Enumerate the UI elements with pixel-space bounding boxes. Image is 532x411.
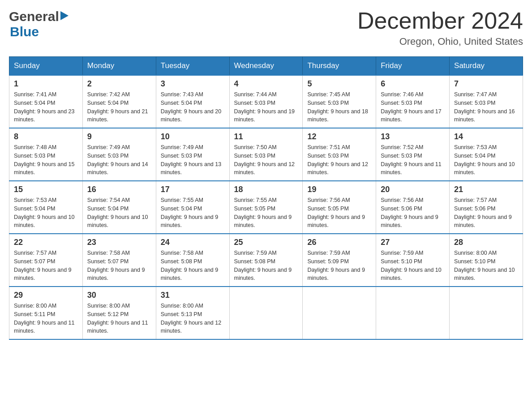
sunset-text: Sunset: 5:09 PM [307,258,348,265]
day-number: 27 [381,238,445,247]
daylight-text: Daylight: 9 hours and 9 minutes. [234,214,292,229]
daylight-text: Daylight: 9 hours and 9 minutes. [87,267,145,282]
day-info: Sunrise: 8:00 AMSunset: 5:10 PMDaylight:… [454,249,518,283]
calendar-day-cell: 2Sunrise: 7:42 AMSunset: 5:04 PMDaylight… [82,75,156,128]
sunset-text: Sunset: 5:03 PM [14,153,55,159]
calendar-day-cell: 9Sunrise: 7:49 AMSunset: 5:03 PMDaylight… [82,128,156,181]
day-info: Sunrise: 7:45 AMSunset: 5:03 PMDaylight:… [307,90,371,124]
sunrise-text: Sunrise: 7:56 AM [307,197,350,203]
logo-general-text: General [9,9,59,24]
calendar-day-cell: 24Sunrise: 7:58 AMSunset: 5:08 PMDayligh… [156,234,229,287]
sunset-text: Sunset: 5:03 PM [234,100,275,106]
day-info: Sunrise: 7:54 AMSunset: 5:04 PMDaylight:… [87,196,151,230]
sunrise-text: Sunrise: 7:41 AM [14,91,56,98]
sunset-text: Sunset: 5:12 PM [87,311,129,317]
daylight-text: Daylight: 9 hours and 10 minutes. [87,214,148,229]
daylight-text: Daylight: 9 hours and 10 minutes. [381,267,442,282]
day-info: Sunrise: 7:58 AMSunset: 5:08 PMDaylight:… [161,249,225,283]
day-number: 17 [161,185,225,194]
day-number: 13 [381,132,445,141]
day-info: Sunrise: 8:00 AMSunset: 5:12 PMDaylight:… [87,302,151,335]
calendar-day-cell: 6Sunrise: 7:46 AMSunset: 5:03 PMDaylight… [376,75,450,128]
calendar-header-row: SundayMondayTuesdayWednesdayThursdayFrid… [9,57,523,76]
daylight-text: Daylight: 9 hours and 12 minutes. [161,320,222,334]
day-info: Sunrise: 7:55 AMSunset: 5:05 PMDaylight:… [234,196,298,230]
daylight-text: Daylight: 9 hours and 14 minutes. [87,161,148,176]
sunset-text: Sunset: 5:03 PM [234,153,275,159]
daylight-text: Daylight: 9 hours and 16 minutes. [454,108,515,123]
calendar-day-cell: 26Sunrise: 7:59 AMSunset: 5:09 PMDayligh… [303,234,376,287]
day-number: 14 [454,132,518,141]
day-info: Sunrise: 7:53 AMSunset: 5:04 PMDaylight:… [454,143,518,177]
sunrise-text: Sunrise: 7:51 AM [307,144,350,150]
day-number: 23 [87,238,151,247]
sunset-text: Sunset: 5:10 PM [454,258,495,265]
sunrise-text: Sunrise: 7:53 AM [14,197,56,203]
column-header-friday: Friday [376,57,450,76]
day-info: Sunrise: 7:52 AMSunset: 5:03 PMDaylight:… [381,143,445,177]
sunset-text: Sunset: 5:04 PM [14,206,55,212]
day-info: Sunrise: 8:00 AMSunset: 5:11 PMDaylight:… [14,302,78,335]
sunrise-text: Sunrise: 7:59 AM [307,250,350,256]
sunset-text: Sunset: 5:03 PM [307,100,348,106]
sunset-text: Sunset: 5:06 PM [454,206,495,212]
daylight-text: Daylight: 9 hours and 11 minutes. [14,320,75,334]
sunrise-text: Sunrise: 7:48 AM [14,144,56,150]
sunrise-text: Sunrise: 8:00 AM [454,250,497,256]
sunset-text: Sunset: 5:13 PM [161,311,202,317]
day-info: Sunrise: 7:41 AMSunset: 5:04 PMDaylight:… [14,90,78,124]
calendar-day-cell: 13Sunrise: 7:52 AMSunset: 5:03 PMDayligh… [376,128,450,181]
calendar-day-cell: 11Sunrise: 7:50 AMSunset: 5:03 PMDayligh… [229,128,303,181]
sunrise-text: Sunrise: 8:00 AM [14,303,56,309]
daylight-text: Daylight: 9 hours and 10 minutes. [454,161,515,176]
sunrise-text: Sunrise: 7:50 AM [234,144,277,150]
day-info: Sunrise: 7:59 AMSunset: 5:10 PMDaylight:… [381,249,445,283]
day-number: 16 [87,185,151,194]
column-header-monday: Monday [82,57,156,76]
daylight-text: Daylight: 9 hours and 11 minutes. [87,320,148,334]
svg-marker-0 [60,11,69,20]
day-number: 26 [307,238,371,247]
sunrise-text: Sunrise: 7:49 AM [161,144,203,150]
day-number: 3 [161,79,225,89]
daylight-text: Daylight: 9 hours and 12 minutes. [234,161,295,176]
calendar-day-cell: 17Sunrise: 7:55 AMSunset: 5:04 PMDayligh… [156,181,229,234]
calendar-day-cell: 25Sunrise: 7:59 AMSunset: 5:08 PMDayligh… [229,234,303,287]
calendar-day-cell: 27Sunrise: 7:59 AMSunset: 5:10 PMDayligh… [376,234,450,287]
calendar-week-row: 22Sunrise: 7:57 AMSunset: 5:07 PMDayligh… [9,234,523,287]
sunset-text: Sunset: 5:03 PM [381,153,422,159]
day-number: 1 [14,79,78,89]
day-number: 29 [14,291,78,300]
day-info: Sunrise: 7:46 AMSunset: 5:03 PMDaylight:… [381,90,445,124]
calendar-day-cell: 3Sunrise: 7:43 AMSunset: 5:04 PMDaylight… [156,75,229,128]
sunrise-text: Sunrise: 7:54 AM [87,197,130,203]
day-number: 30 [87,291,151,300]
calendar-day-cell: 4Sunrise: 7:44 AMSunset: 5:03 PMDaylight… [229,75,303,128]
day-info: Sunrise: 7:50 AMSunset: 5:03 PMDaylight:… [234,143,298,177]
daylight-text: Daylight: 9 hours and 9 minutes. [454,214,512,229]
title-section: December 2024 Oregon, Ohio, United State… [357,9,523,47]
day-info: Sunrise: 7:55 AMSunset: 5:04 PMDaylight:… [161,196,225,230]
month-year-title: December 2024 [357,9,523,32]
calendar-day-cell [303,287,376,339]
day-number: 25 [234,238,298,247]
calendar-week-row: 15Sunrise: 7:53 AMSunset: 5:04 PMDayligh… [9,181,523,234]
sunrise-text: Sunrise: 7:44 AM [234,91,277,98]
daylight-text: Daylight: 9 hours and 12 minutes. [307,161,368,176]
day-info: Sunrise: 7:44 AMSunset: 5:03 PMDaylight:… [234,90,298,124]
calendar-day-cell: 8Sunrise: 7:48 AMSunset: 5:03 PMDaylight… [9,128,83,181]
sunset-text: Sunset: 5:08 PM [161,258,202,265]
sunset-text: Sunset: 5:03 PM [454,100,495,106]
sunset-text: Sunset: 5:04 PM [454,153,495,159]
calendar-day-cell [229,287,303,339]
calendar-day-cell [376,287,450,339]
calendar-week-row: 8Sunrise: 7:48 AMSunset: 5:03 PMDaylight… [9,128,523,181]
calendar-day-cell: 22Sunrise: 7:57 AMSunset: 5:07 PMDayligh… [9,234,83,287]
daylight-text: Daylight: 9 hours and 9 minutes. [161,267,219,282]
day-number: 22 [14,238,78,247]
sunset-text: Sunset: 5:05 PM [234,206,275,212]
sunrise-text: Sunrise: 7:42 AM [87,91,130,98]
sunrise-text: Sunrise: 7:59 AM [234,250,277,256]
day-number: 9 [87,132,151,141]
sunset-text: Sunset: 5:04 PM [87,206,129,212]
